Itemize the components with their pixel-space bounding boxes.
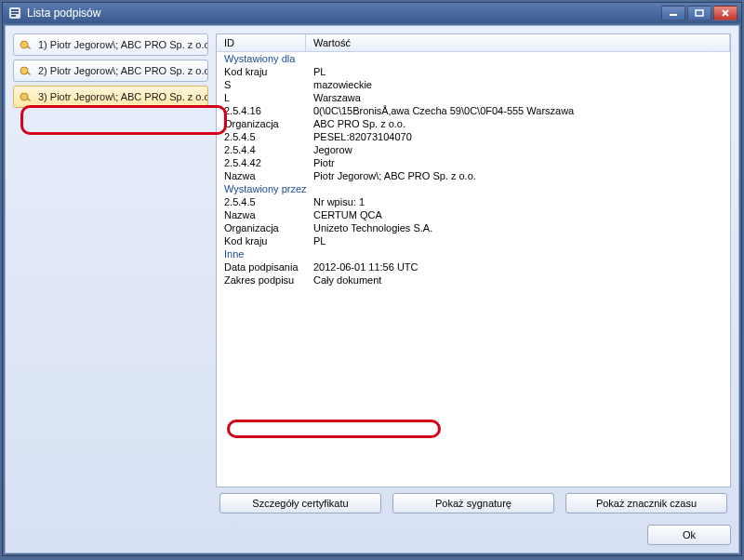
section-header: Wystawiony dla [217, 52, 730, 65]
detail-value: PL [306, 234, 730, 247]
detail-row[interactable]: 2.5.4.160(\0C\15BronisÅ‚awa Czecha 59\0C… [217, 104, 730, 117]
certificate-icon [20, 64, 33, 77]
client-area: 1) Piotr Jegorow\; ABC PRO Sp. z o.o.2) … [5, 25, 739, 553]
detail-key: Nazwa [217, 208, 306, 221]
detail-row[interactable]: 2.5.4.5PESEL:82073104070 [217, 130, 730, 143]
minimize-button[interactable] [661, 6, 685, 20]
detail-key: 2.5.4.4 [217, 143, 306, 156]
svg-point-8 [20, 41, 28, 48]
detail-key: S [217, 78, 306, 91]
detail-row[interactable]: NazwaCERTUM QCA [217, 208, 730, 221]
detail-key: 2.5.4.5 [217, 195, 306, 208]
detail-value: CERTUM QCA [306, 208, 730, 221]
detail-key: 2.5.4.42 [217, 156, 306, 169]
signature-item-label: 2) Piotr Jegorow\; ABC PRO Sp. z o.o. [38, 65, 208, 76]
detail-key: L [217, 91, 306, 104]
detail-key: Kod kraju [217, 234, 306, 247]
detail-row[interactable]: OrganizacjaABC PRO Sp. z o.o. [217, 117, 730, 130]
certificate-icon [20, 90, 33, 103]
signature-item-1[interactable]: 1) Piotr Jegorow\; ABC PRO Sp. z o.o. [13, 33, 208, 56]
detail-row[interactable]: LWarszawa [217, 91, 730, 104]
detail-key: Organizacja [217, 221, 306, 234]
action-buttons: Szczegóły certyfikatu Pokaż sygnaturę Po… [216, 487, 731, 515]
signature-item-label: 3) Piotr Jegorow\; ABC PRO Sp. z o.o. [38, 91, 208, 102]
maximize-button[interactable] [687, 6, 711, 20]
detail-key: Data podpisania [217, 260, 306, 273]
detail-row[interactable]: Data podpisania2012-06-01 11:56 UTC [217, 260, 730, 273]
detail-row[interactable]: Zakres podpisuCały dokument [217, 273, 730, 287]
detail-value: Piotr Jegorow\; ABC PRO Sp. z o.o. [306, 169, 730, 182]
detail-value: ABC PRO Sp. z o.o. [306, 117, 730, 130]
detail-row[interactable]: NazwaPiotr Jegorow\; ABC PRO Sp. z o.o. [217, 169, 730, 182]
svg-rect-1 [11, 9, 19, 11]
signature-item-label: 1) Piotr Jegorow\; ABC PRO Sp. z o.o. [38, 39, 208, 50]
detail-value: Warszawa [306, 91, 730, 104]
dialog-window: Lista podpisów 1) Piotr Jegorow\; ABC PR… [2, 2, 742, 556]
close-button[interactable] [713, 6, 737, 20]
cert-details-button[interactable]: Szczegóły certyfikatu [219, 493, 381, 513]
detail-value: Cały dokument [306, 273, 730, 287]
ok-button[interactable]: Ok [647, 525, 731, 545]
detail-row[interactable]: 2.5.4.4Jegorow [217, 143, 730, 156]
detail-value: Nr wpisu: 1 [306, 195, 730, 208]
window-title: Lista podpisów [27, 7, 100, 20]
detail-value: PESEL:82073104070 [306, 130, 730, 143]
detail-row[interactable]: Smazowieckie [217, 78, 730, 91]
show-signature-button[interactable]: Pokaż sygnaturę [392, 493, 554, 513]
detail-row[interactable]: Kod krajuPL [217, 234, 730, 247]
detail-value: Piotr [306, 156, 730, 169]
svg-point-10 [20, 93, 28, 100]
signature-list: 1) Piotr Jegorow\; ABC PRO Sp. z o.o.2) … [13, 33, 208, 515]
svg-rect-3 [11, 15, 16, 17]
signature-item-2[interactable]: 2) Piotr Jegorow\; ABC PRO Sp. z o.o. [13, 60, 208, 82]
details-header: ID Wartość [217, 34, 730, 52]
detail-value: Unizeto Technologies S.A. [306, 221, 730, 234]
dialog-footer: Ok [13, 521, 731, 545]
detail-value: 2012-06-01 11:56 UTC [306, 260, 730, 273]
signature-item-3[interactable]: 3) Piotr Jegorow\; ABC PRO Sp. z o.o. [13, 86, 208, 108]
svg-rect-5 [696, 10, 703, 16]
svg-rect-4 [670, 14, 677, 16]
detail-row[interactable]: 2.5.4.5Nr wpisu: 1 [217, 195, 730, 208]
column-value[interactable]: Wartość [306, 34, 730, 51]
section-header: Wystawiony przez [217, 182, 730, 195]
detail-row[interactable]: Kod krajuPL [217, 65, 730, 78]
details-panel: ID Wartość Wystawiony dlaKod krajuPLSmaz… [216, 33, 731, 515]
column-id[interactable]: ID [217, 34, 306, 51]
section-header: Inne [217, 247, 730, 260]
details-rows[interactable]: Wystawiony dlaKod krajuPLSmazowieckieLWa… [217, 52, 730, 487]
title-bar: Lista podpisów [3, 3, 741, 23]
detail-key: Nazwa [217, 169, 306, 182]
detail-row[interactable]: OrganizacjaUnizeto Technologies S.A. [217, 221, 730, 234]
show-timestamp-button[interactable]: Pokaż znacznik czasu [565, 493, 727, 513]
svg-rect-2 [11, 12, 19, 14]
certificate-icon [20, 38, 33, 51]
detail-key: 2.5.4.5 [217, 130, 306, 143]
detail-value: mazowieckie [306, 78, 730, 91]
svg-point-9 [20, 67, 28, 74]
app-icon [8, 7, 21, 20]
detail-key: Zakres podpisu [217, 273, 306, 287]
detail-value: 0(\0C\15BronisÅ‚awa Czecha 59\0C\0F04-55… [306, 104, 730, 117]
detail-key: 2.5.4.16 [217, 104, 306, 117]
detail-key: Organizacja [217, 117, 306, 130]
detail-key: Kod kraju [217, 65, 306, 78]
detail-value: Jegorow [306, 143, 730, 156]
detail-value: PL [306, 65, 730, 78]
detail-row[interactable]: 2.5.4.42Piotr [217, 156, 730, 169]
